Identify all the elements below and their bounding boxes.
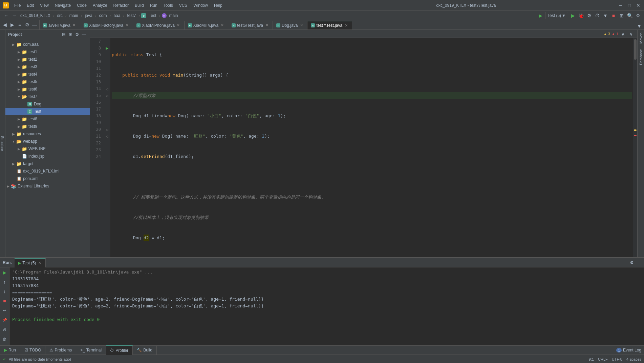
tab-overflow-button[interactable]: ▼ [636,23,643,29]
menu-navigate[interactable]: Navigate [52,2,73,8]
editor-scrollbar[interactable] [633,38,637,257]
tab-close-test7[interactable]: ✕ [344,23,348,28]
clear-button[interactable]: 🗑 [1,335,8,343]
tool-tab-profiler[interactable]: ⏱ Profiler [106,345,133,355]
tab-xiaomiphone[interactable]: c XiaoMiPhone.java ✕ [133,21,185,29]
tab-test6[interactable]: c test6\Test.java ✕ [228,21,273,29]
panel-close-button[interactable]: — [81,32,87,38]
tree-item-comaaa[interactable]: ▶ 📁 com.aaa [5,41,90,48]
collapse-all-button[interactable]: ⊟ [61,32,67,38]
minimize-button[interactable]: ─ [618,2,624,8]
run-tab-close[interactable]: ✕ [37,261,42,265]
menu-help[interactable]: Help [211,2,225,8]
wrap-button[interactable]: ↩ [1,307,8,314]
tool-tab-todo[interactable]: ☑ TODO [20,345,45,355]
nav-main[interactable]: main [68,13,80,19]
tab-settings-button[interactable]: ⚙ [24,21,30,28]
nav-back-button[interactable]: ← [3,12,9,19]
tree-item-test-selected[interactable]: C Test [5,108,90,115]
tool-tab-terminal[interactable]: >_ Terminal [76,345,106,355]
tree-item-test1[interactable]: ▶ 📁 test1 [5,48,90,56]
tree-item-target[interactable]: ▶ 📁 target [5,160,90,167]
line-ending[interactable]: CRLF [598,357,608,361]
tree-item-test2[interactable]: ▶ 📁 test2 [5,56,90,63]
expand-all-button[interactable]: ⊞ [67,32,73,38]
nav-forward-button[interactable]: → [11,12,18,19]
nav-java[interactable]: java [84,13,94,19]
tree-item-dog[interactable]: C Dog [5,100,90,108]
debug-button[interactable]: 🐞 [578,12,584,19]
tab-close-xiaomifactory[interactable]: ✕ [125,23,129,28]
tool-tab-build[interactable]: 🔨 Build [133,345,157,355]
nav-method[interactable]: main [168,13,179,19]
more-run-button[interactable]: ▼ [602,12,609,19]
nav-class[interactable]: Test [147,13,157,19]
menu-window[interactable]: Window [191,2,211,8]
stop-button[interactable]: ■ [610,12,617,19]
tab-close-xiaomiphone[interactable]: ✕ [176,23,181,28]
scroll-up-button[interactable]: ↑ [1,278,8,286]
tab-close-dog[interactable]: ✕ [299,23,304,28]
minimize-panel-btn[interactable]: — [636,259,643,266]
tree-item-resources[interactable]: ▶ 📁 resources [5,130,90,138]
tab-prev-button[interactable]: ◀ [1,21,8,28]
run-config-selector[interactable]: Test (5) ▼ [545,12,568,19]
tab-list-button[interactable]: ≡ [16,21,23,28]
settings-btn[interactable]: ⚙ [628,259,635,266]
run-config-tab[interactable]: ▶ Test (5) ✕ [15,258,46,267]
cursor-position[interactable]: 9:1 [589,357,594,361]
menu-run[interactable]: Run [147,2,160,8]
nav-src[interactable]: src [56,13,64,19]
run-green-button[interactable]: ▶ [570,12,576,19]
menu-tools[interactable]: Tools [161,2,176,8]
menu-refactor[interactable]: Refactor [111,2,131,8]
run-button[interactable]: ▶ [537,12,544,19]
menu-view[interactable]: View [37,2,51,8]
tree-item-webapp[interactable]: ▼ 📂 webapp [5,138,90,145]
tab-xiaomitv[interactable]: c XiaoMiTv.java ✕ [185,21,228,29]
settings-button[interactable]: ⚙ [635,12,641,19]
pin-button[interactable]: 📌 [1,316,8,324]
tree-item-pom[interactable]: 📋 pom.xml [5,175,90,182]
close-button[interactable]: ✕ [635,2,641,8]
tree-item-iml[interactable]: 📋 dxc_0919_KTLX.iml [5,167,90,175]
code-editor[interactable]: public class Test { public static void m… [110,38,633,257]
tree-item-test4[interactable]: ▶ 📁 test4 [5,70,90,78]
coverage-button[interactable]: ⚙ [586,12,593,19]
nav-aaa[interactable]: aaa [112,13,122,19]
event-log[interactable]: 1 Event Log [614,348,644,352]
tree-item-test9[interactable]: ▶ 📁 test9 [5,123,90,130]
menu-build[interactable]: Build [132,2,147,8]
database-tab[interactable]: Database [638,48,644,66]
nav-next-error[interactable]: ∨ [628,31,635,37]
tree-item-webinf[interactable]: ▶ 📁 WEB-INF [5,145,90,153]
menu-file[interactable]: File [12,2,23,8]
tab-close-test6[interactable]: ✕ [264,23,269,28]
tab-close-aweitv[interactable]: ✕ [72,23,77,28]
nav-prev-error[interactable]: ∧ [620,31,626,37]
profile-button[interactable]: ⏱ [594,12,601,19]
print-button[interactable]: 🖨 [1,326,8,333]
tree-item-external-libs[interactable]: ▶ 📚 External Libraries [5,182,90,190]
tab-close-xiaomitv[interactable]: ✕ [220,23,224,28]
tree-item-test8[interactable]: ▶ 📁 test8 [5,115,90,123]
menu-analyze[interactable]: Analyze [90,2,110,8]
maven-tab[interactable]: Maven [638,31,644,45]
rerun-button[interactable]: ▶ [1,269,8,276]
maximize-button[interactable]: □ [626,2,632,8]
nav-com[interactable]: com [98,13,108,19]
tab-close-all-button[interactable]: — [31,21,38,28]
stop-run-button[interactable]: ■ [1,297,8,305]
panel-settings-button[interactable]: ⚙ [74,32,80,38]
menu-edit[interactable]: Edit [24,2,37,8]
tree-item-test6[interactable]: ▶ 📁 test6 [5,85,90,93]
tab-aweitv[interactable]: c aWeiTv.java ✕ [40,21,80,29]
editor-content[interactable]: 7 8 9 10 11 12 13 14 15 16 17 18 19 20 2… [90,38,637,257]
search-button[interactable]: 🔍 [626,12,633,19]
tab-test7[interactable]: c test7\Test.java ✕ [307,21,352,29]
tree-item-test3[interactable]: ▶ 📁 test3 [5,63,90,70]
menu-code[interactable]: Code [74,2,89,8]
tree-item-indexjsp[interactable]: 📄 index.jsp [5,153,90,160]
tool-tab-problems[interactable]: ⚠ Problems [45,345,76,355]
nav-test7[interactable]: test7 [126,13,137,19]
